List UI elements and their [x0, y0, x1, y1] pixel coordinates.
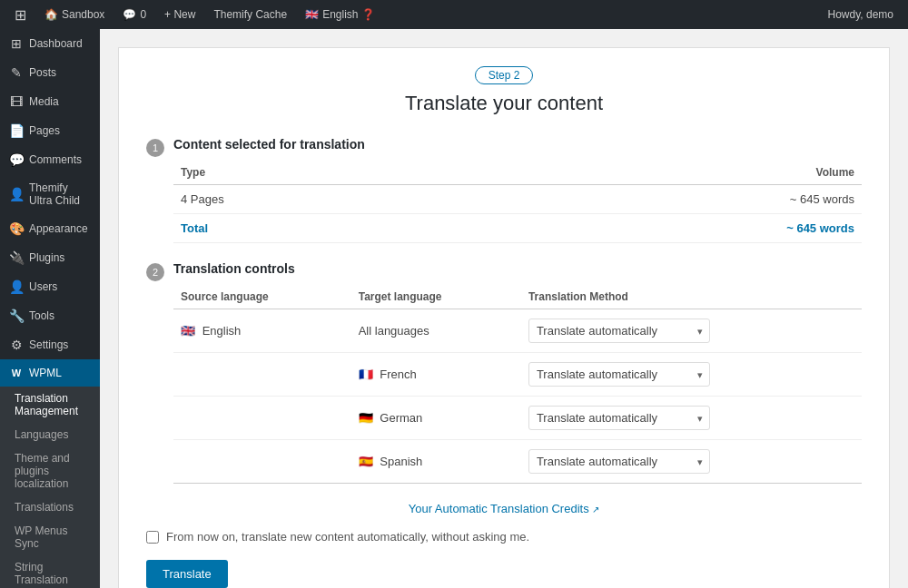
row-volume: ~ 645 words — [458, 185, 862, 214]
sidebar-item-media[interactable]: 🎞 Media — [0, 87, 100, 116]
settings-icon: ⚙ — [9, 338, 24, 352]
row-type: 4 Pages — [173, 185, 458, 214]
target-german: 🇩🇪 German — [351, 397, 521, 440]
submenu-string-translation[interactable]: String Translation — [0, 555, 100, 588]
section2-number: 2 — [146, 263, 164, 281]
external-link-icon: ↗ — [592, 505, 599, 514]
section-content-selected: 1 Content selected for translation Type … — [146, 137, 862, 243]
step-badge: Step 2 — [475, 66, 534, 84]
section2-content: Translation controls Source language Tar… — [173, 261, 862, 484]
target-all: All languages — [351, 309, 521, 353]
auto-translate-checkbox[interactable] — [146, 531, 159, 544]
method-select-wrapper-fr[interactable]: Translate automatically Translate manual… — [528, 362, 710, 387]
method-cell-fr: Translate automatically Translate manual… — [521, 353, 862, 397]
col-source-lang: Source language — [173, 285, 351, 309]
credits-link[interactable]: Your Automatic Translation Credits ↗ — [409, 502, 600, 515]
media-icon: 🎞 — [9, 94, 24, 109]
step-header: Step 2 Translate your content — [146, 66, 862, 115]
sidebar-item-wpml[interactable]: W WPML — [0, 359, 100, 387]
method-select-fr[interactable]: Translate automatically Translate manual… — [528, 362, 710, 387]
themify-cache[interactable]: Themify Cache — [206, 0, 294, 29]
posts-icon: ✎ — [9, 65, 24, 80]
sidebar-item-posts[interactable]: ✎ Posts — [0, 58, 100, 87]
method-select-de[interactable]: Translate automatically Translate manual… — [528, 406, 710, 430]
method-cell-es: Translate automatically Translate manual… — [521, 440, 862, 484]
admin-bar: ⊞ 🏠 Sandbox 💬 0 + New Themify Cache 🇬🇧 E… — [0, 0, 908, 29]
sidebar-item-comments[interactable]: 💬 Comments — [0, 145, 100, 174]
method-cell-all: Translate automatically Translate manual… — [521, 309, 862, 353]
auto-translate-label[interactable]: From now on, translate new content autom… — [166, 530, 529, 544]
table-row: 4 Pages ~ 645 words — [173, 185, 862, 214]
source-empty-es — [173, 440, 351, 484]
method-select-wrapper-all[interactable]: Translate automatically Translate manual… — [528, 318, 710, 343]
submenu-translation-management[interactable]: Translation Management — [0, 387, 100, 423]
themify-icon: 👤 — [9, 187, 24, 201]
flag-french: 🇫🇷 — [359, 368, 373, 381]
sidebar-item-plugins[interactable]: 🔌 Plugins — [0, 243, 100, 272]
sandbox-link[interactable]: 🏠 Sandbox — [37, 0, 112, 29]
target-french: 🇫🇷 French — [351, 353, 521, 397]
content-table: Type Volume 4 Pages ~ 645 words Total — [173, 161, 862, 243]
submenu-wp-menus-sync[interactable]: WP Menus Sync — [0, 519, 100, 555]
section2-title: Translation controls — [173, 261, 862, 276]
sidebar-item-themify[interactable]: 👤 Themify Ultra Child — [0, 174, 100, 214]
sidebar-item-dashboard[interactable]: ⊞ Dashboard — [0, 29, 100, 58]
method-cell-de: Translate automatically Translate manual… — [521, 397, 862, 440]
section-translation-controls: 2 Translation controls Source language T… — [146, 261, 862, 484]
user-howdy: Howdy, demo — [821, 8, 901, 21]
language-switcher[interactable]: 🇬🇧 English ❓ — [298, 0, 382, 29]
method-select-es[interactable]: Translate automatically Translate manual… — [528, 449, 710, 474]
total-label: Total — [173, 214, 458, 243]
sidebar-item-appearance[interactable]: 🎨 Appearance — [0, 214, 100, 243]
main-content: Step 2 Translate your content 1 Content … — [100, 29, 908, 588]
page-title: Translate your content — [146, 92, 862, 115]
total-row: Total ~ 645 words — [173, 214, 862, 243]
submenu-translations[interactable]: Translations — [0, 495, 100, 519]
translate-button[interactable]: Translate — [146, 560, 228, 588]
content-wrap: Step 2 Translate your content 1 Content … — [118, 47, 890, 588]
auto-translate-checkbox-row: From now on, translate new content autom… — [146, 530, 862, 544]
flag-german: 🇩🇪 — [359, 411, 373, 425]
col-target-lang: Target language — [351, 285, 521, 309]
target-spanish: 🇪🇸 Spanish — [351, 440, 521, 484]
sidebar-item-pages[interactable]: 📄 Pages — [0, 116, 100, 145]
pages-icon: 📄 — [9, 123, 24, 138]
users-icon: 👤 — [9, 279, 24, 294]
section1-title: Content selected for translation — [173, 137, 862, 152]
translation-controls-table: Source language Target language Translat… — [173, 285, 862, 484]
section1-number: 1 — [146, 139, 164, 157]
trans-row-french: 🇫🇷 French Translate automatically Transl… — [173, 353, 862, 397]
col-type: Type — [173, 161, 458, 185]
method-select-wrapper-de[interactable]: Translate automatically Translate manual… — [528, 406, 710, 430]
total-value: ~ 645 words — [458, 214, 862, 243]
wpml-icon: W — [9, 368, 24, 378]
flag-spanish: 🇪🇸 — [359, 455, 373, 468]
source-english: 🇬🇧 English — [173, 309, 351, 353]
trans-row-german: 🇩🇪 German Translate automatically Transl… — [173, 397, 862, 440]
notifications[interactable]: 💬 0 — [115, 0, 153, 29]
wp-logo[interactable]: ⊞ — [7, 0, 34, 29]
submenu-languages[interactable]: Languages — [0, 423, 100, 446]
tools-icon: 🔧 — [9, 309, 24, 323]
col-method: Translation Method — [521, 285, 862, 309]
source-empty-fr — [173, 353, 351, 397]
admin-sidebar: ⊞ Dashboard ✎ Posts 🎞 Media 📄 Pages 💬 Co… — [0, 29, 100, 588]
credits-link-row: Your Automatic Translation Credits ↗ — [146, 502, 862, 515]
new-item[interactable]: + New — [157, 0, 202, 29]
section1-content: Content selected for translation Type Vo… — [173, 137, 862, 243]
sidebar-item-users[interactable]: 👤 Users — [0, 272, 100, 301]
appearance-icon: 🎨 — [9, 221, 24, 236]
sidebar-item-tools[interactable]: 🔧 Tools — [0, 301, 100, 330]
method-select-wrapper-es[interactable]: Translate automatically Translate manual… — [528, 449, 710, 474]
col-volume: Volume — [458, 161, 862, 185]
trans-row-spanish: 🇪🇸 Spanish Translate automatically Trans… — [173, 440, 862, 484]
flag-english: 🇬🇧 — [181, 324, 195, 338]
method-select-all[interactable]: Translate automatically Translate manual… — [528, 318, 710, 343]
trans-row-english: 🇬🇧 English All languages Translate autom… — [173, 309, 862, 353]
source-empty-de — [173, 397, 351, 440]
comments-icon: 💬 — [9, 152, 24, 167]
plugins-icon: 🔌 — [9, 250, 24, 265]
sidebar-item-settings[interactable]: ⚙ Settings — [0, 330, 100, 359]
dashboard-icon: ⊞ — [9, 36, 24, 51]
submenu-theme-plugins[interactable]: Theme and plugins localization — [0, 446, 100, 495]
